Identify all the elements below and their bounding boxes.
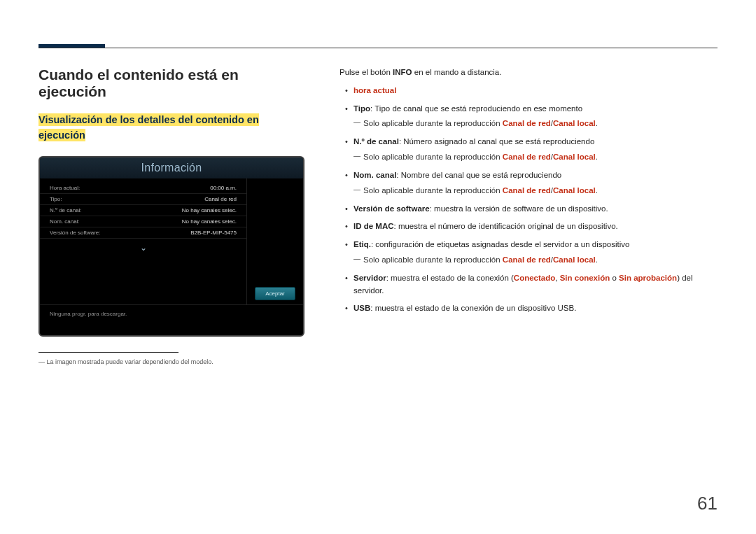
- list-item: Versión de software: muestra la versión …: [345, 203, 718, 216]
- info-row-label: Hora actual:: [50, 185, 80, 191]
- info-row-value: 00:00 a.m.: [210, 185, 237, 191]
- page-number: 61: [697, 493, 718, 514]
- info-row-value: Canal de red: [204, 196, 237, 202]
- list-item: USB: muestra el estado de la conexión de…: [345, 302, 718, 315]
- info-row: Nom. canal: No hay canales selec.: [40, 216, 246, 227]
- info-row-label: N.º de canal:: [50, 207, 82, 213]
- info-panel: Información Hora actual: 00:00 a.m. Tipo…: [38, 156, 304, 337]
- footnote-text: ― La imagen mostrada puede variar depend…: [38, 358, 304, 365]
- list-item: hora actual: [345, 85, 718, 97]
- bullet-list: hora actual Tipo: Tipo de canal que se e…: [340, 85, 718, 315]
- sub-item: Solo aplicable durante la reproducción C…: [354, 185, 718, 197]
- info-row-value: B2B-EP-MIP-5475: [190, 230, 237, 236]
- info-row-label: Tipo:: [50, 196, 62, 202]
- info-row-label: Nom. canal:: [50, 218, 80, 225]
- right-column: Pulse el botón INFO en el mando a distan…: [340, 66, 718, 365]
- sub-item: Solo aplicable durante la reproducción C…: [354, 118, 718, 130]
- footnote-rule: [38, 352, 178, 357]
- list-item: Servidor: muestra el estado de la conexi…: [345, 272, 718, 297]
- info-row: Versión de software: B2B-EP-MIP-5475: [40, 227, 246, 239]
- info-row-label: Versión de software:: [50, 230, 100, 236]
- list-item: Etiq.: configuración de etiquetas asigna…: [345, 239, 718, 267]
- chevron-down-icon[interactable]: ⌄: [140, 243, 147, 253]
- info-row: Tipo: Canal de red: [40, 194, 246, 205]
- intro-line: Pulse el botón INFO en el mando a distan…: [340, 66, 718, 79]
- info-row-value: No hay canales selec.: [182, 218, 237, 225]
- info-panel-body: Hora actual: 00:00 a.m. Tipo: Canal de r…: [40, 178, 303, 304]
- info-panel-right: Aceptar: [247, 178, 303, 304]
- list-item: N.º de canal: Número asignado al canal q…: [345, 136, 718, 164]
- sub-item: Solo aplicable durante la reproducción C…: [354, 151, 718, 164]
- page-title: Cuando el contenido está en ejecución: [38, 66, 304, 100]
- info-row: Hora actual: 00:00 a.m.: [40, 183, 246, 194]
- accept-button[interactable]: Aceptar: [255, 287, 295, 300]
- list-item: ID de MAC: muestra el número de identifi…: [345, 220, 718, 233]
- list-item: Tipo: Tipo de canal que se está reproduc…: [345, 103, 718, 131]
- top-rule: [38, 48, 718, 48]
- info-row: N.º de canal: No hay canales selec.: [40, 205, 246, 216]
- info-panel-title: Información: [40, 157, 303, 178]
- info-panel-rows: Hora actual: 00:00 a.m. Tipo: Canal de r…: [40, 178, 247, 304]
- left-column: Cuando el contenido está en ejecución Vi…: [38, 66, 304, 365]
- sub-item: Solo aplicable durante la reproducción C…: [354, 254, 718, 267]
- info-row-value: No hay canales selec.: [182, 207, 237, 213]
- info-panel-footer: Ninguna progr. para descargar.: [40, 304, 303, 337]
- page-content: Cuando el contenido está en ejecución Vi…: [38, 66, 718, 365]
- chevron-row: ⌄: [40, 239, 246, 253]
- section-subtitle: Visualización de los detalles del conten…: [38, 113, 304, 143]
- list-item: Nom. canal: Nombre del canal que se está…: [345, 169, 718, 197]
- hora-actual: hora actual: [354, 86, 396, 94]
